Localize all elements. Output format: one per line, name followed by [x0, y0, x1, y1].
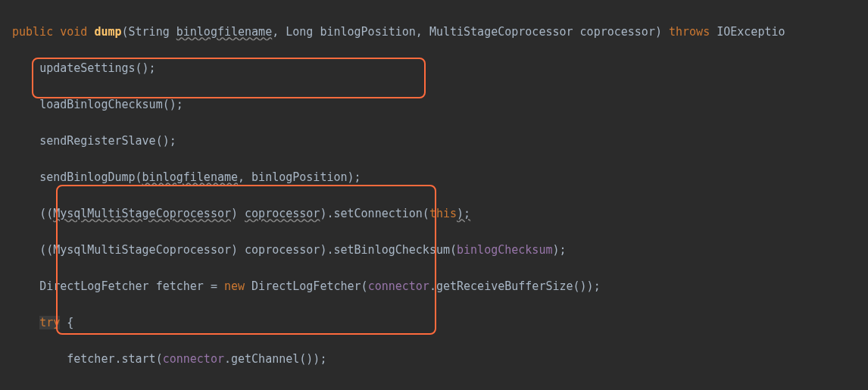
code-line: while (fetcher.fetch()) { — [12, 386, 856, 390]
code-line: ((MysqlMultiStageCoprocessor) coprocesso… — [12, 241, 856, 259]
code-editor[interactable]: public void dump(String binlogfilename, … — [0, 0, 868, 390]
param-name: binlogPosition — [320, 25, 415, 39]
exception-type: IOExceptio — [717, 25, 785, 39]
code-line: ((MysqlMultiStageCoprocessor) coprocesso… — [12, 204, 856, 223]
code-line: public void dump(String binlogfilename, … — [12, 23, 856, 41]
method-name: dump — [94, 25, 121, 39]
keyword-public: public — [12, 25, 53, 39]
code-line: loadBinlogChecksum(); — [12, 95, 856, 114]
code-line: fetcher.start(connector.getChannel()); — [12, 350, 856, 368]
code-line: try { — [12, 314, 856, 332]
code-line: updateSettings(); — [12, 59, 856, 77]
param-type: String — [129, 25, 170, 39]
param-type: MultiStageCoprocessor — [429, 25, 573, 39]
keyword-void: void — [60, 25, 87, 39]
code-line: sendBinlogDump(binlogfilename, binlogPos… — [12, 168, 856, 186]
param-type: Long — [286, 25, 313, 39]
param-name: binlogfilename — [176, 25, 272, 39]
keyword-throws: throws — [669, 25, 710, 39]
param-name: coprocessor — [580, 25, 655, 39]
code-line: DirectLogFetcher fetcher = new DirectLog… — [12, 277, 856, 295]
code-line: sendRegisterSlave(); — [12, 132, 856, 150]
